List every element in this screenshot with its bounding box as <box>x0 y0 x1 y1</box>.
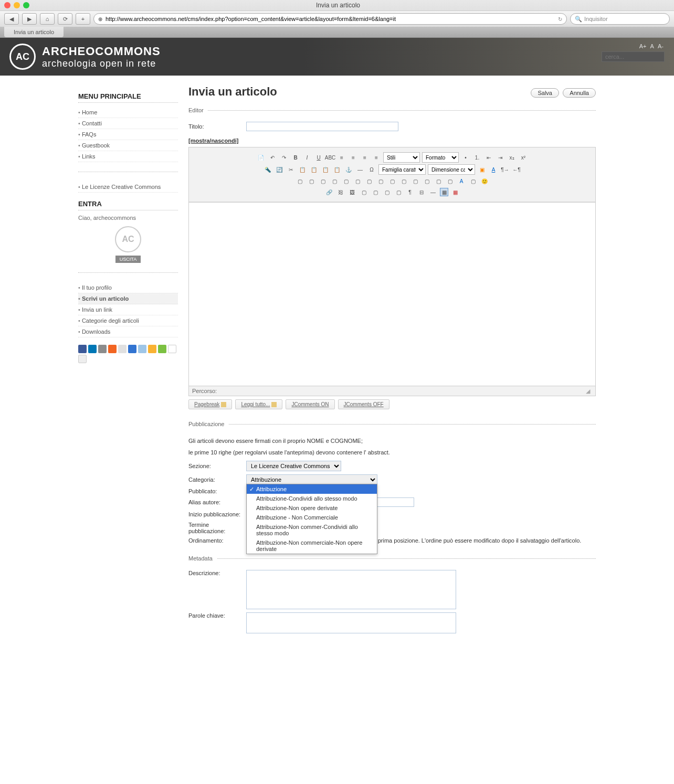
categoria-option[interactable]: Attribuzione <box>247 484 377 494</box>
cut-icon[interactable]: ✂ <box>286 165 296 174</box>
editor-textarea[interactable] <box>189 202 595 386</box>
bold-icon[interactable]: B <box>291 153 300 162</box>
attribs-icon[interactable]: ▢ <box>410 176 420 186</box>
help-icon[interactable] <box>78 355 87 363</box>
ins-icon[interactable]: ▢ <box>399 176 408 186</box>
abbr-icon[interactable]: ▢ <box>364 176 374 186</box>
align-justify-icon[interactable]: ≡ <box>372 153 381 162</box>
ul-icon[interactable]: • <box>461 153 470 162</box>
sidebar-item[interactable]: Le Licenze Creative Commons <box>78 182 178 193</box>
sidebar-item[interactable]: Invia un link <box>78 304 178 315</box>
paste-icon[interactable]: 📋 <box>309 165 319 174</box>
hr-icon[interactable]: — <box>355 165 365 174</box>
jcomments-on-button[interactable]: JComments ON <box>286 399 334 409</box>
format-select[interactable]: Formato <box>422 152 459 163</box>
media-icon[interactable]: ▢ <box>371 187 380 197</box>
italic-icon[interactable]: I <box>302 153 312 162</box>
align-right-icon[interactable]: ≡ <box>360 153 370 162</box>
paste-word-icon[interactable]: 📋 <box>332 165 342 174</box>
site-search-input[interactable] <box>602 51 665 62</box>
digg-icon[interactable] <box>118 345 127 353</box>
descrizione-textarea[interactable] <box>246 570 456 609</box>
sidebar-item[interactable]: Downloads <box>78 326 178 337</box>
align-center-icon[interactable]: ≡ <box>349 153 358 162</box>
replace-icon[interactable]: 🔄 <box>275 165 284 174</box>
back-button[interactable]: ◀ <box>4 13 19 25</box>
categoria-option[interactable]: Attribuzione-Non opere derivate <box>247 503 377 513</box>
find-icon[interactable]: 🔦 <box>263 165 272 174</box>
linkedin-icon[interactable] <box>88 345 97 353</box>
fontsize-select[interactable]: Dimensione ca <box>428 164 475 175</box>
strike-icon[interactable]: ABC <box>325 153 335 162</box>
myspace-icon[interactable] <box>98 345 107 353</box>
stumble-icon[interactable] <box>138 345 146 353</box>
link-icon[interactable]: 🔗 <box>324 187 334 197</box>
clean-icon[interactable]: ▢ <box>468 176 478 186</box>
styles-select[interactable]: Stili <box>383 152 420 163</box>
abs-icon[interactable]: ▢ <box>330 176 339 186</box>
categoria-select[interactable]: Attribuzione AttribuzioneAttribuzione-Co… <box>246 474 377 485</box>
resize-handle-icon[interactable]: ◢ <box>586 388 592 395</box>
pagebreak-icon[interactable]: ⊟ <box>417 187 426 197</box>
sidebar-item[interactable]: FAQs <box>78 129 178 140</box>
paragraph-icon[interactable]: ¶ <box>405 187 415 197</box>
sidebar-item[interactable]: Scrivi un articolo <box>78 293 178 304</box>
pagebreak-button[interactable]: Pagebreak <box>188 399 232 409</box>
char-icon[interactable]: Ω <box>367 165 376 174</box>
nbsp-icon[interactable]: ▢ <box>434 176 443 186</box>
ltr-icon[interactable]: ¶→ <box>500 165 510 174</box>
style-icon[interactable]: ▢ <box>341 176 351 186</box>
acronym-icon[interactable]: ▢ <box>376 176 385 186</box>
readmore-button[interactable]: Leggi tutto... <box>235 399 282 409</box>
color-a-icon[interactable]: A <box>457 176 466 186</box>
url-bar[interactable]: ⊕ ↻ <box>93 13 567 25</box>
browser-search[interactable]: 🔍 Inquisitor <box>570 13 670 25</box>
backcolor-icon[interactable]: ▣ <box>477 165 487 174</box>
layer-front-icon[interactable]: ▢ <box>318 176 328 186</box>
image-icon[interactable]: 🖼 <box>347 187 357 197</box>
layer-back-icon[interactable]: ▢ <box>307 176 316 186</box>
code-icon[interactable]: ▢ <box>359 187 368 197</box>
browser-tab[interactable]: Invia un articolo <box>4 27 64 37</box>
reader-icon[interactable]: ↻ <box>558 16 562 22</box>
home-button[interactable]: ⌂ <box>40 13 55 25</box>
ol-icon[interactable]: 1. <box>472 153 482 162</box>
toggle-editor-link[interactable]: [mostra/nascondi] <box>188 137 238 144</box>
technorati-icon[interactable] <box>148 345 156 353</box>
forecolor-icon[interactable]: A <box>489 165 498 174</box>
sidebar-item[interactable]: Home <box>78 107 178 118</box>
fontfamily-select[interactable]: Famiglia caratt <box>378 164 426 175</box>
facebook-icon[interactable] <box>78 345 87 353</box>
font-decrease-icon[interactable]: A- <box>658 43 664 49</box>
jcomments-off-button[interactable]: JComments OFF <box>338 399 389 409</box>
sub-icon[interactable]: x₂ <box>507 153 517 162</box>
parole-chiave-textarea[interactable] <box>246 612 456 633</box>
community-icon[interactable] <box>158 345 166 353</box>
minimize-window-icon[interactable] <box>14 2 20 8</box>
anchor-icon[interactable]: ⚓ <box>344 165 353 174</box>
zoom-window-icon[interactable] <box>23 2 29 8</box>
preview-icon[interactable]: ▢ <box>394 187 403 197</box>
smiley-icon[interactable]: 🙂 <box>480 176 489 186</box>
categoria-option[interactable]: Attribuzione - Non Commerciale <box>247 513 377 522</box>
cancel-button[interactable]: Annulla <box>563 88 596 98</box>
copy-icon[interactable]: 📋 <box>298 165 307 174</box>
table-icon[interactable]: ▦ <box>440 188 448 196</box>
new-doc-icon[interactable]: 📄 <box>256 153 266 162</box>
categoria-option[interactable]: Attribuzione-Condividi allo stesso modo <box>247 494 377 503</box>
url-input[interactable] <box>106 16 555 22</box>
table-del-icon[interactable]: ▦ <box>450 187 460 197</box>
cite-icon[interactable]: ▢ <box>353 176 362 186</box>
close-window-icon[interactable] <box>4 2 10 8</box>
align-left-icon[interactable]: ≡ <box>337 153 346 162</box>
fullscreen-icon[interactable]: ▢ <box>382 187 392 197</box>
sup-icon[interactable]: x² <box>519 153 528 162</box>
sidebar-item[interactable]: Links <box>78 151 178 162</box>
unlink-icon[interactable]: ⛓ <box>336 187 345 197</box>
reload-button[interactable]: ⟳ <box>58 13 72 25</box>
delicious-icon[interactable] <box>128 345 136 353</box>
categoria-option[interactable]: Attribuzione-Non commerciale-Non opere d… <box>247 538 377 554</box>
outdent-icon[interactable]: ⇤ <box>484 153 493 162</box>
logout-button[interactable]: USCITA <box>115 256 141 263</box>
sidebar-item[interactable]: Guestbook <box>78 140 178 151</box>
